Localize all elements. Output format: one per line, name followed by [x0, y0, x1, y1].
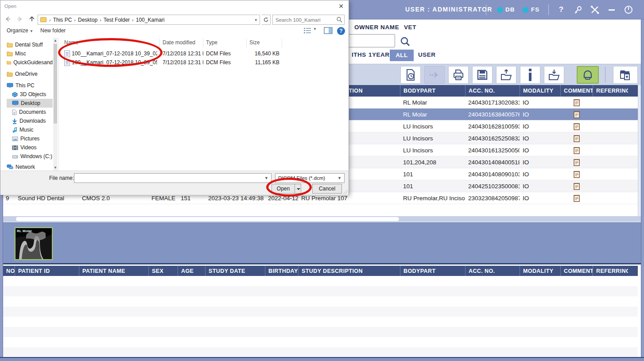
print-button[interactable] — [448, 66, 469, 84]
sidebar-item-desktop[interactable]: Desktop — [7, 99, 53, 108]
comment-icon[interactable] — [560, 135, 593, 142]
tools-icon[interactable] — [590, 4, 600, 15]
back-icon[interactable] — [4, 15, 13, 24]
new-folder-button[interactable]: New folder — [40, 27, 66, 34]
file-type-select[interactable]: DICOM Files (*.dcm)▼ — [275, 173, 345, 183]
file-name-input[interactable] — [74, 173, 272, 183]
cancel-button[interactable]: Cancel — [312, 184, 342, 194]
address-dropdown-icon[interactable]: ▾ — [255, 18, 260, 22]
owner-name-label[interactable]: OWNER NAME — [354, 24, 399, 31]
comment-icon[interactable] — [560, 171, 593, 178]
tab-months[interactable]: ITHS — [352, 51, 366, 58]
sidebar-item-videos[interactable]: Videos — [7, 143, 53, 152]
col-referring[interactable]: REFERRING P — [593, 266, 628, 276]
sidebar-item-quickguides[interactable]: QuickGuidesand — [7, 58, 53, 67]
info-button[interactable] — [520, 66, 540, 84]
sidebar-item-3d-objects[interactable]: 3D Objects — [7, 90, 53, 99]
view-mode-dropdown-icon[interactable]: ▼ — [313, 27, 317, 31]
tab-1year[interactable]: 1YEAR — [369, 51, 390, 58]
open-dropdown-button[interactable] — [295, 184, 301, 194]
scrollbar-thumb[interactable] — [54, 44, 57, 124]
col-sex[interactable]: SEX — [148, 266, 178, 276]
up-icon[interactable] — [28, 15, 37, 24]
sidebar-item-onedrive[interactable]: OneDrive — [7, 70, 53, 78]
col-modality[interactable]: MODALITY — [520, 85, 560, 97]
open-folder-import-button[interactable] — [613, 66, 638, 84]
sidebar-item-this-pc[interactable]: This PC — [7, 81, 53, 90]
col-study-description[interactable]: STUDY DESCRIPTION — [298, 266, 400, 276]
tab-user[interactable]: USER — [418, 51, 436, 58]
col-modality[interactable]: MODALITY — [520, 266, 560, 276]
col-no[interactable]: NO. — [3, 266, 15, 276]
breadcrumb-this-pc[interactable]: This PC — [52, 17, 74, 23]
search-icon[interactable] — [400, 36, 411, 47]
comment-icon[interactable] — [560, 147, 593, 154]
col-size[interactable]: Size — [247, 39, 282, 47]
tab-all[interactable]: ALL — [390, 50, 414, 61]
col-bodypart[interactable]: BODYPART — [400, 266, 465, 276]
key-icon[interactable] — [573, 4, 583, 15]
file-row[interactable]: 100__Kamari_07-12-2018 10_39_02_1-1 7/12… — [62, 49, 345, 58]
col-birthday[interactable]: BIRTHDAY — [265, 266, 298, 276]
vet-label[interactable]: VET — [404, 24, 416, 31]
sidebar-item-misc[interactable]: Misc — [7, 49, 53, 58]
col-comment[interactable]: COMMENT — [560, 266, 593, 276]
col-bodypart[interactable]: BODYPART — [400, 85, 465, 97]
col-study-date[interactable]: STUDY DATE — [205, 266, 265, 276]
close-icon[interactable]: ✕ — [334, 1, 348, 11]
scroll-up-icon[interactable]: ▲ — [53, 39, 58, 43]
save-button[interactable] — [472, 66, 493, 84]
file-name-dropdown-icon[interactable]: ▼ — [264, 176, 268, 180]
forward-icon[interactable] — [16, 15, 24, 24]
power-icon[interactable] — [623, 4, 634, 15]
scroll-down-icon[interactable]: ▼ — [53, 166, 58, 170]
col-patient-name[interactable]: PATIENT NAME — [79, 266, 148, 276]
refresh-icon[interactable] — [262, 15, 271, 25]
breadcrumb-desktop[interactable]: Desktop — [77, 17, 99, 23]
col-comment[interactable]: COMMENT — [560, 85, 593, 97]
file-row[interactable]: 100__Kamari_07-12-2018 10_39_05_1-2 7/12… — [62, 58, 345, 67]
comment-icon[interactable] — [560, 123, 593, 130]
organize-menu[interactable]: Organize ▼ — [7, 27, 33, 34]
help-icon[interactable]: ? — [556, 4, 566, 15]
dialog-search-input[interactable] — [272, 15, 345, 25]
comment-icon[interactable] — [560, 159, 593, 166]
view-mode-icon[interactable] — [303, 27, 311, 34]
col-acc-no[interactable]: ACC. NO. — [465, 266, 520, 276]
comment-icon[interactable] — [560, 111, 593, 118]
col-acc-no[interactable]: ACC. NO. — [465, 85, 520, 97]
col-patient-id[interactable]: PATIENT ID — [15, 266, 79, 276]
scrollbar-thumb[interactable] — [16, 217, 399, 221]
comment-icon[interactable] — [560, 99, 593, 106]
preview-pane-icon[interactable] — [324, 27, 333, 34]
col-date-modified[interactable]: Date modified — [160, 39, 203, 47]
col-referring[interactable]: REFERRING P — [593, 85, 628, 97]
sidebar-item-network[interactable]: Network — [7, 163, 53, 171]
address-bar[interactable]: › This PC › Desktop › Test Folder › 100_… — [38, 15, 260, 25]
xray-thumbnail[interactable]: RL Molar — [15, 227, 53, 260]
sidebar-item-documents[interactable]: Documents — [7, 108, 53, 116]
breadcrumb-test-folder[interactable]: Test Folder — [102, 17, 131, 23]
sidebar-item-downloads[interactable]: Downloads — [7, 116, 53, 125]
export-button[interactable] — [496, 66, 516, 84]
dialog-title-bar[interactable]: Open ✕ — [0, 0, 349, 13]
comment-icon[interactable] — [560, 194, 593, 202]
sidebar-item-windows-c[interactable]: Windows (C:) — [7, 152, 53, 161]
open-button[interactable]: Open — [272, 184, 295, 194]
report-history-button[interactable] — [400, 66, 421, 84]
breadcrumb-current-folder[interactable]: 100_Kamari — [135, 17, 166, 23]
sidebar-item-pictures[interactable]: Pictures — [7, 134, 53, 143]
acquisition-bell-button[interactable] — [577, 66, 599, 84]
horizontal-scrollbar[interactable] — [3, 216, 641, 222]
sidebar-scrollbar[interactable]: ▲ ▼ — [53, 38, 58, 171]
resize-grip[interactable] — [343, 190, 348, 194]
dialog-search-icon[interactable] — [336, 16, 342, 23]
minimize-icon[interactable] — [606, 4, 617, 15]
col-type[interactable]: Type — [203, 39, 247, 47]
import-button[interactable] — [544, 66, 564, 84]
col-age[interactable]: AGE — [178, 266, 205, 276]
col-name[interactable]: Name — [62, 39, 160, 47]
dialog-help-icon[interactable]: ? — [337, 27, 345, 35]
comment-icon[interactable] — [560, 182, 593, 190]
sidebar-item-music[interactable]: Music — [7, 125, 53, 134]
